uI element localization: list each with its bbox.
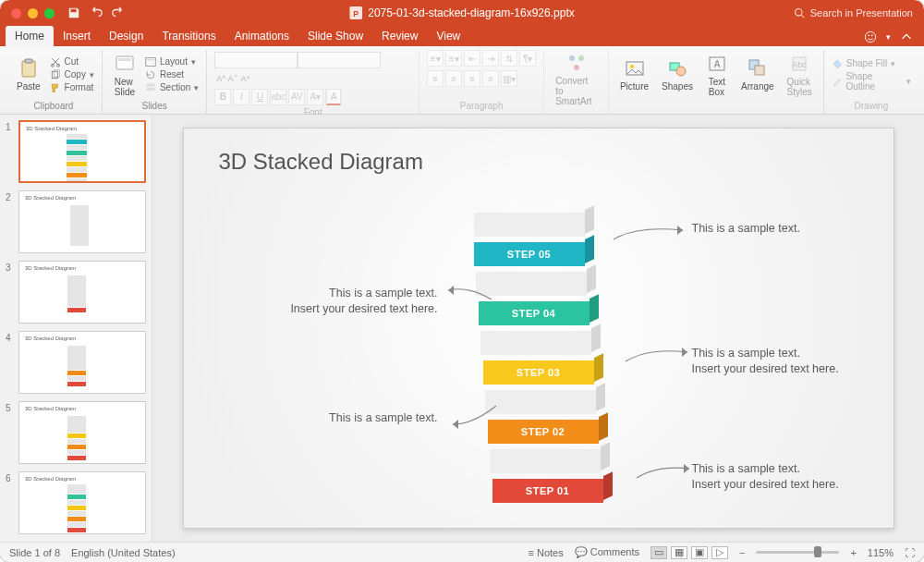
shape-fill-button[interactable]: Shape Fill▾ (832, 58, 911, 69)
numbering-button[interactable]: ≡▾ (445, 50, 462, 67)
thumbnail-4[interactable]: 4 3D Stacked Diagram (6, 331, 146, 394)
thumbnail-5[interactable]: 5 3D Stacked Diagram (6, 401, 146, 464)
zoom-out-button[interactable]: − (739, 547, 745, 558)
align-right-button[interactable]: ≡ (464, 70, 480, 87)
dir-button[interactable]: ¶▾ (519, 50, 536, 67)
group-clipboard: Paste Cut Copy▾ Format Clipboard (6, 50, 103, 114)
search-box[interactable]: Search in Presentation (794, 7, 913, 18)
redo-icon[interactable] (112, 6, 125, 19)
paste-button[interactable]: Paste (13, 55, 44, 93)
slide-thumbnails-panel[interactable]: 1 3D Stacked Diagram 2 3D Stacked Diagra… (0, 115, 152, 542)
zoom-button[interactable] (44, 8, 55, 18)
zoom-in-button[interactable]: + (850, 547, 856, 558)
align-left-button[interactable]: ≡ (427, 70, 444, 87)
step-4-block[interactable]: STEP 04 (479, 301, 590, 325)
reset-button[interactable]: Reset (145, 69, 199, 80)
tab-animations[interactable]: Animations (225, 26, 298, 46)
cut-button[interactable]: Cut (50, 56, 94, 67)
slide-editor-area[interactable]: 3D Stacked Diagram STEP 05 STEP 04 STEP … (152, 115, 924, 542)
spacing-button[interactable]: AV (288, 89, 305, 105)
svg-text:A: A (714, 59, 721, 69)
bullets-button[interactable]: ≡▾ (427, 50, 444, 67)
indent-dec-button[interactable]: ⇤ (464, 50, 480, 67)
sorter-view-button[interactable]: ▦ (671, 546, 687, 559)
svg-text:P: P (353, 9, 359, 18)
notes-button[interactable]: ≡ Notes (529, 547, 564, 558)
callout-step3[interactable]: This is a sample text. Insert your desir… (692, 346, 877, 377)
thumbnail-1[interactable]: 1 3D Stacked Diagram (6, 120, 146, 183)
reading-view-button[interactable]: ▣ (691, 546, 708, 559)
slide-title[interactable]: 3D Stacked Diagram (219, 149, 423, 175)
font-color-button[interactable]: A (325, 89, 342, 105)
dropdown-icon[interactable]: ▾ (886, 32, 891, 42)
svg-point-22 (630, 65, 634, 68)
convert-smartart-button[interactable]: Convert to SmartArt (552, 50, 601, 108)
tab-view[interactable]: View (427, 26, 469, 46)
close-button[interactable] (11, 8, 21, 18)
linesp-button[interactable]: ⇅ (501, 50, 517, 67)
callout-step4[interactable]: This is a sample text. Insert your desir… (235, 286, 438, 317)
fit-to-window-button[interactable]: ⛶ (905, 547, 915, 558)
slide-canvas[interactable]: 3D Stacked Diagram STEP 05 STEP 04 STEP … (183, 128, 894, 529)
quick-styles-button[interactable]: AbcQuick Styles (784, 51, 816, 99)
thumbnail-2[interactable]: 2 3D Stacked Diagram (6, 190, 146, 253)
svg-point-20 (574, 65, 579, 70)
reset-icon (145, 69, 156, 80)
status-bar: Slide 1 of 8 English (United States) ≡ N… (0, 542, 924, 562)
italic-button[interactable]: I (233, 89, 249, 105)
normal-view-button[interactable]: ▭ (650, 546, 667, 559)
slideshow-view-button[interactable]: ▷ (711, 546, 728, 559)
bold-button[interactable]: B (214, 89, 231, 105)
align-center-button[interactable]: ≡ (445, 70, 462, 87)
section-button[interactable]: Section▾ (145, 82, 199, 93)
stacked-diagram[interactable]: STEP 05 STEP 04 STEP 03 STEP 02 STEP 01 (474, 213, 603, 508)
svg-rect-28 (755, 66, 764, 75)
font-family-input[interactable] (214, 52, 298, 68)
tab-home[interactable]: Home (6, 26, 54, 46)
font-size-input[interactable] (298, 52, 381, 68)
step-3-block[interactable]: STEP 03 (483, 360, 594, 385)
save-icon[interactable] (67, 6, 80, 19)
svg-rect-14 (146, 57, 156, 66)
format-painter-button[interactable]: Format (50, 82, 94, 93)
callout-step2[interactable]: This is a sample text. (272, 410, 438, 426)
shapes-button[interactable]: Shapes (658, 55, 697, 93)
highlight-button[interactable]: A▾ (307, 89, 323, 105)
step-1-block[interactable]: STEP 01 (492, 479, 603, 503)
picture-button[interactable]: Picture (616, 55, 652, 93)
justify-button[interactable]: ≡ (482, 70, 499, 87)
step-2-block[interactable]: STEP 02 (488, 420, 599, 444)
tab-design[interactable]: Design (100, 26, 152, 46)
textbox-button[interactable]: AText Box (702, 51, 732, 99)
tab-insert[interactable]: Insert (54, 26, 100, 46)
comments-button[interactable]: 💬 Comments (575, 546, 639, 558)
shape-outline-button[interactable]: Shape Outline▾ (832, 71, 911, 92)
tab-transitions[interactable]: Transitions (152, 26, 225, 46)
zoom-level[interactable]: 115% (868, 547, 894, 558)
smiley-icon[interactable] (864, 31, 877, 43)
zoom-slider[interactable] (756, 551, 839, 554)
svg-point-18 (569, 55, 575, 61)
strike-button[interactable]: abc (270, 89, 286, 105)
thumbnail-6[interactable]: 6 3D Stacked Diagram (6, 471, 146, 534)
thumbnail-3[interactable]: 3 3D Stacked Diagram (6, 261, 146, 324)
callout-step1[interactable]: This is a sample text. Insert your desir… (692, 461, 877, 493)
layout-button[interactable]: Layout▾ (145, 56, 199, 67)
tab-review[interactable]: Review (372, 26, 427, 46)
callout-step5[interactable]: This is a sample text. (692, 221, 840, 237)
language-label[interactable]: English (United States) (71, 547, 176, 558)
ribbon-tabs: Home Insert Design Transitions Animation… (0, 26, 924, 46)
collapse-ribbon-icon[interactable] (900, 31, 913, 43)
new-slide-button[interactable]: New Slide (110, 51, 140, 99)
indent-inc-button[interactable]: ⇥ (482, 50, 499, 67)
underline-button[interactable]: U (251, 89, 268, 105)
tab-slideshow[interactable]: Slide Show (298, 26, 372, 46)
powerpoint-icon: P (349, 6, 362, 19)
svg-marker-31 (677, 226, 683, 235)
undo-icon[interactable] (90, 6, 103, 19)
minimize-button[interactable] (28, 8, 38, 18)
copy-button[interactable]: Copy▾ (50, 69, 94, 80)
columns-button[interactable]: ▥▾ (501, 70, 517, 87)
step-5-block[interactable]: STEP 05 (474, 242, 585, 266)
arrange-button[interactable]: Arrange (737, 55, 778, 93)
